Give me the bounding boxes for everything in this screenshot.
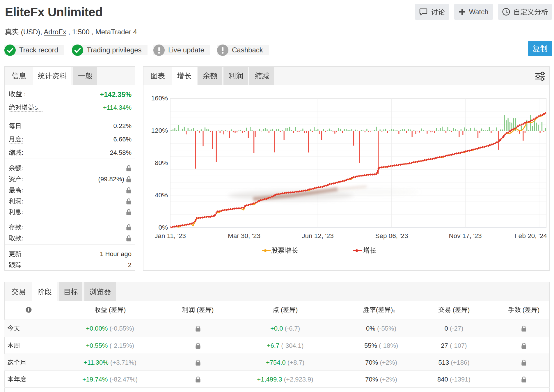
- svg-text:0%: 0%: [158, 224, 168, 231]
- svg-text:Jan 11, '23: Jan 11, '23: [155, 232, 186, 240]
- svg-text:Sep 06, '23: Sep 06, '23: [375, 232, 408, 240]
- svg-text:160%: 160%: [151, 95, 168, 102]
- svg-text:Mar 30, '23: Mar 30, '23: [228, 232, 260, 240]
- svg-text:Feb 20, '24: Feb 20, '24: [514, 232, 547, 240]
- svg-text:80%: 80%: [155, 159, 168, 166]
- svg-text:40%: 40%: [155, 191, 168, 199]
- svg-text:Nov 17, '23: Nov 17, '23: [449, 232, 482, 240]
- svg-text:120%: 120%: [151, 127, 168, 134]
- svg-text:Jun 12, '23: Jun 12, '23: [302, 232, 333, 240]
